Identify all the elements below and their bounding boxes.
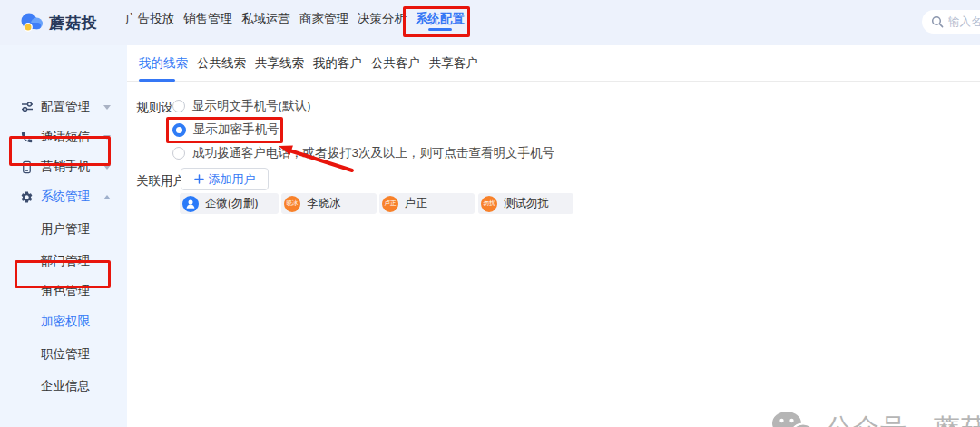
global-search[interactable]	[922, 10, 980, 34]
nav-item-sales[interactable]: 销售管理	[183, 0, 232, 38]
tab-shared-leads[interactable]: 共享线索	[255, 45, 304, 82]
chevron-down-icon	[103, 165, 111, 170]
sidebar: 配置管理 通话短信 营销手机	[0, 45, 127, 427]
avatar: 晓冰	[284, 196, 300, 212]
search-icon	[931, 15, 944, 28]
main-content: 我的线索 公共线索 共享线索 我的客户 公共客户 共享客户 规则设置 显示明文手…	[127, 45, 980, 427]
radio-unselected-icon[interactable]	[172, 147, 185, 160]
avatar	[182, 196, 199, 212]
user-chip[interactable]: 勿扰 测试勿扰	[478, 193, 573, 214]
add-user-button[interactable]: 添加用户	[181, 168, 269, 190]
radio-option-plaintext-phone[interactable]: 显示明文手机号(默认)	[172, 99, 311, 113]
related-users-section-label: 关联用户	[136, 173, 185, 189]
sidebar-group-label: 通话短信	[41, 129, 90, 145]
radio-selected-icon[interactable]	[172, 123, 186, 137]
gear-icon	[20, 189, 34, 204]
wechat-icon	[771, 410, 815, 427]
person-icon	[185, 199, 196, 209]
phone-icon	[20, 130, 34, 144]
sidebar-group-config[interactable]: 配置管理	[0, 92, 127, 122]
radio-option-encrypted-phone[interactable]: 显示加密手机号	[172, 122, 279, 137]
chevron-up-icon	[103, 195, 111, 199]
tab-public-customers[interactable]: 公共客户	[371, 45, 420, 82]
lead-tabs: 我的线索 公共线索 共享线索 我的客户 公共客户 共享客户	[127, 45, 980, 82]
sidebar-group-label: 配置管理	[41, 99, 90, 115]
sidebar-group-system-management[interactable]: 系统管理	[0, 181, 127, 212]
nav-item-private-domain[interactable]: 私域运营	[241, 0, 290, 38]
top-navbar: 蘑菇投 广告投放 销售管理 私域运营 商家管理 决策分析 系统配置	[0, 0, 980, 45]
sidebar-item-encryption-permission[interactable]: 加密权限	[0, 308, 127, 335]
sidebar-item-position-management[interactable]: 职位管理	[0, 341, 127, 368]
user-chip[interactable]: 晓冰 李晓冰	[281, 193, 377, 214]
sidebar-group-call-sms[interactable]: 通话短信	[0, 121, 127, 152]
tab-my-customers[interactable]: 我的客户	[313, 45, 362, 82]
avatar: 勿扰	[481, 196, 497, 212]
tab-my-leads[interactable]: 我的线索	[139, 45, 188, 82]
sidebar-item-department-management[interactable]: 部门管理	[0, 247, 127, 275]
sidebar-item-user-management[interactable]: 用户管理	[0, 216, 127, 243]
user-chip[interactable]: 企微(勿删)	[180, 193, 279, 214]
nav-item-merchant[interactable]: 商家管理	[299, 0, 348, 38]
mushroom-cloud-logo-icon	[20, 12, 44, 34]
plus-icon	[194, 174, 204, 184]
app-window: 蘑菇投 广告投放 销售管理 私域运营 商家管理 决策分析 系统配置	[0, 0, 980, 427]
app-logo: 蘑菇投	[20, 12, 98, 34]
chevron-down-icon	[103, 105, 111, 110]
sidebar-group-marketing-phone[interactable]: 营销手机	[0, 151, 127, 182]
sliders-icon	[20, 100, 34, 114]
nav-item-analytics[interactable]: 决策分析	[358, 0, 407, 38]
watermark: 公众号 · 蘑菇投软件	[771, 410, 980, 427]
chevron-down-icon	[103, 135, 111, 140]
user-chip[interactable]: 卢正 卢正	[379, 193, 475, 214]
sidebar-group-label: 营销手机	[41, 159, 90, 175]
tab-public-leads[interactable]: 公共线索	[197, 45, 246, 82]
sidebar-item-company-info[interactable]: 企业信息	[0, 373, 127, 400]
mobile-icon	[20, 160, 34, 174]
primary-nav: 广告投放 销售管理 私域运营 商家管理 决策分析 系统配置	[125, 0, 465, 38]
sidebar-item-role-management[interactable]: 角色管理	[0, 277, 127, 305]
avatar: 卢正	[382, 196, 398, 212]
nav-item-system-config[interactable]: 系统配置	[416, 0, 465, 38]
nav-item-ad[interactable]: 广告投放	[125, 0, 174, 38]
radio-unselected-icon[interactable]	[172, 100, 185, 112]
logo-text: 蘑菇投	[49, 13, 98, 34]
search-input[interactable]	[948, 15, 980, 28]
tab-shared-customers[interactable]: 共享客户	[429, 45, 478, 82]
radio-option-call-success-reveal[interactable]: 成功拨通客户电话，或者拨打3次及以上，则可点击查看明文手机号	[172, 146, 554, 160]
sidebar-group-label: 系统管理	[41, 189, 90, 205]
watermark-text: 公众号 · 蘑菇投软件	[826, 411, 980, 427]
